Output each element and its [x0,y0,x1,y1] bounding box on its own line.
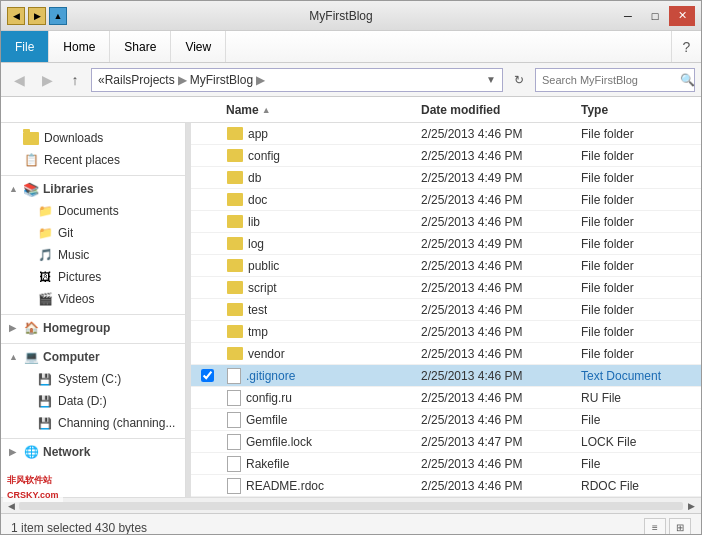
file-row[interactable]: Gemfile2/25/2013 4:46 PMFile [191,409,701,431]
ribbon-spacer [226,31,671,62]
file-name-cell: db [223,171,421,185]
search-icon[interactable]: 🔍 [680,73,695,87]
libraries-icon: 📚 [23,182,39,196]
file-icon [227,434,241,450]
file-list: app2/25/2013 4:46 PMFile folderconfig2/2… [191,123,701,497]
view-tiles-icon[interactable]: ⊞ [669,518,691,536]
h-scroll-track[interactable] [19,502,683,510]
sort-arrow-name: ▲ [262,105,271,115]
ribbon: File Home Share View ? [1,31,701,63]
sidebar-item-pictures-label: Pictures [58,270,101,284]
file-check-cell[interactable] [191,369,223,382]
file-name-text: Gemfile.lock [246,435,312,449]
file-name-text: public [248,259,279,273]
folder-icon [227,303,243,316]
back-button[interactable]: ◀ [7,68,31,92]
file-row[interactable]: log2/25/2013 4:49 PMFile folder [191,233,701,255]
file-type-cell: File folder [581,171,701,185]
file-name-text: test [248,303,267,317]
recent-places-icon: 📋 [23,153,39,167]
status-bar: 1 item selected 430 bytes ≡ ⊞ [1,513,701,535]
file-row[interactable]: Gemfile.lock2/25/2013 4:47 PMLOCK File [191,431,701,453]
up-button[interactable]: ↑ [63,68,87,92]
sidebar-item-documents[interactable]: 📁 Documents [1,200,185,222]
col-date-header[interactable]: Date modified [421,103,581,117]
sidebar-divider-1 [1,175,185,176]
folder-icon [227,347,243,360]
quick-access-up[interactable]: ▲ [49,7,67,25]
sidebar-item-data-d[interactable]: 💾 Data (D:) [1,390,185,412]
computer-expand-arrow: ▲ [9,352,19,362]
view-details-icon[interactable]: ≡ [644,518,666,536]
sidebar-item-pictures[interactable]: 🖼 Pictures [1,266,185,288]
file-checkbox[interactable] [201,369,214,382]
file-row[interactable]: vendor2/25/2013 4:46 PMFile folder [191,343,701,365]
close-button[interactable]: ✕ [669,6,695,26]
file-row[interactable]: README.rdoc2/25/2013 4:46 PMRDOC File [191,475,701,497]
help-icon[interactable]: ? [671,31,701,62]
channing-icon: 💾 [37,416,53,430]
sidebar-item-videos[interactable]: 🎬 Videos [1,288,185,310]
h-scroll-left-btn[interactable]: ◀ [3,499,19,513]
col-name-header[interactable]: Name ▲ [218,103,421,117]
folder-icon [227,215,243,228]
file-name-cell: log [223,237,421,251]
search-input[interactable] [542,74,680,86]
sidebar-item-videos-label: Videos [58,292,94,306]
file-date-cell: 2/25/2013 4:46 PM [421,369,581,383]
tab-file[interactable]: File [1,31,49,62]
path-root: « [98,73,105,87]
file-row[interactable]: script2/25/2013 4:46 PMFile folder [191,277,701,299]
file-row[interactable]: Rakefile2/25/2013 4:46 PMFile [191,453,701,475]
tab-home[interactable]: Home [49,31,110,62]
search-box[interactable]: 🔍 [535,68,695,92]
file-row[interactable]: tmp2/25/2013 4:46 PMFile folder [191,321,701,343]
path-dropdown[interactable]: ▼ [486,74,496,85]
file-type-cell: RDOC File [581,479,701,493]
file-row[interactable]: config2/25/2013 4:46 PMFile folder [191,145,701,167]
maximize-button[interactable]: □ [642,6,668,26]
file-row[interactable]: public2/25/2013 4:46 PMFile folder [191,255,701,277]
col-type-header[interactable]: Type [581,103,701,117]
sidebar-item-music[interactable]: 🎵 Music [1,244,185,266]
file-row[interactable]: lib2/25/2013 4:46 PMFile folder [191,211,701,233]
quick-access-back[interactable]: ◀ [7,7,25,25]
h-scroll-right-btn[interactable]: ▶ [683,499,699,513]
file-row[interactable]: doc2/25/2013 4:46 PMFile folder [191,189,701,211]
file-row[interactable]: app2/25/2013 4:46 PMFile folder [191,123,701,145]
forward-button[interactable]: ▶ [35,68,59,92]
sidebar-item-channing[interactable]: 💾 Channing (channing... [1,412,185,434]
sidebar-item-git[interactable]: 📁 Git [1,222,185,244]
file-type-cell: RU File [581,391,701,405]
refresh-button[interactable]: ↻ [507,68,531,92]
address-path[interactable]: « RailsProjects ▶ MyFirstBlog ▶ ▼ [91,68,503,92]
file-rows-wrapper: Downloads 📋 Recent places ▲ 📚 Libraries … [1,123,701,497]
file-row[interactable]: test2/25/2013 4:46 PMFile folder [191,299,701,321]
file-type-cell: LOCK File [581,435,701,449]
quick-access-forward[interactable]: ▶ [28,7,46,25]
tab-share[interactable]: Share [110,31,171,62]
sidebar-group-computer[interactable]: ▲ 💻 Computer [1,346,185,368]
file-name-text: Rakefile [246,457,289,471]
folder-icon [227,127,243,140]
file-row[interactable]: db2/25/2013 4:49 PMFile folder [191,167,701,189]
sidebar-item-git-label: Git [58,226,73,240]
horizontal-scrollbar[interactable]: ◀ ▶ [1,497,701,513]
sidebar-group-network[interactable]: ▶ 🌐 Network [1,441,185,463]
file-type-cell: Text Document [581,369,701,383]
sidebar-group-homegroup[interactable]: ▶ 🏠 Homegroup [1,317,185,339]
sidebar-item-system-c[interactable]: 💾 System (C:) [1,368,185,390]
file-name-text: config [248,149,280,163]
file-row[interactable]: .gitignore2/25/2013 4:46 PMText Document [191,365,701,387]
file-date-cell: 2/25/2013 4:46 PM [421,347,581,361]
sidebar-group-libraries[interactable]: ▲ 📚 Libraries [1,178,185,200]
status-text: 1 item selected 430 bytes [11,521,147,535]
sidebar-item-downloads[interactable]: Downloads [1,127,185,149]
sidebar-item-recent[interactable]: 📋 Recent places [1,149,185,171]
file-name-cell: script [223,281,421,295]
minimize-button[interactable]: ─ [615,6,641,26]
tab-view[interactable]: View [171,31,226,62]
file-row[interactable]: config.ru2/25/2013 4:46 PMRU File [191,387,701,409]
file-name-text: Gemfile [246,413,287,427]
sidebar-item-channing-label: Channing (channing... [58,416,175,430]
